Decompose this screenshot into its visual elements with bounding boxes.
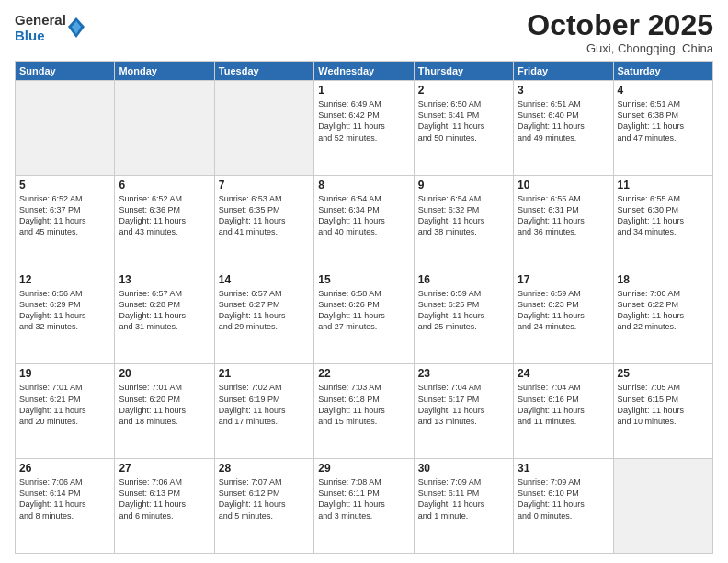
page: General Blue October 2025 Guxi, Chongqin… — [0, 0, 728, 563]
day-number: 1 — [318, 84, 409, 97]
cell-text: Sunrise: 7:04 AMSunset: 6:16 PMDaylight:… — [518, 382, 609, 427]
calendar-cell — [16, 81, 115, 176]
calendar-cell: 9Sunrise: 6:54 AMSunset: 6:32 PMDaylight… — [414, 175, 513, 270]
cell-text: Sunrise: 6:51 AMSunset: 6:38 PMDaylight:… — [618, 98, 709, 144]
calendar-cell: 30Sunrise: 7:09 AMSunset: 6:11 PMDayligh… — [414, 459, 513, 554]
calendar-cell: 5Sunrise: 6:52 AMSunset: 6:37 PMDaylight… — [16, 175, 115, 270]
calendar-cell: 14Sunrise: 6:57 AMSunset: 6:27 PMDayligh… — [214, 270, 313, 364]
cell-text: Sunrise: 7:02 AMSunset: 6:19 PMDaylight:… — [219, 382, 310, 427]
title-block: October 2025 Guxi, Chongqing, China — [527, 9, 713, 55]
calendar-cell: 27Sunrise: 7:06 AMSunset: 6:13 PMDayligh… — [115, 459, 214, 554]
calendar-cell: 1Sunrise: 6:49 AMSunset: 6:42 PMDaylight… — [314, 81, 414, 176]
calendar-cell: 3Sunrise: 6:51 AMSunset: 6:40 PMDaylight… — [514, 81, 613, 176]
day-number: 4 — [618, 84, 709, 97]
day-number: 11 — [618, 178, 709, 191]
calendar-cell — [613, 459, 712, 554]
day-number: 28 — [219, 462, 310, 475]
week-row-1: 5Sunrise: 6:52 AMSunset: 6:37 PMDaylight… — [16, 175, 713, 270]
cell-text: Sunrise: 6:59 AMSunset: 6:25 PMDaylight:… — [418, 288, 509, 333]
weekday-header-saturday: Saturday — [613, 62, 712, 81]
weekday-header-thursday: Thursday — [414, 62, 513, 81]
calendar-cell: 13Sunrise: 6:57 AMSunset: 6:28 PMDayligh… — [115, 270, 214, 364]
cell-text: Sunrise: 6:56 AMSunset: 6:29 PMDaylight:… — [19, 288, 110, 333]
calendar-cell: 2Sunrise: 6:50 AMSunset: 6:41 PMDaylight… — [414, 81, 513, 176]
calendar-cell: 24Sunrise: 7:04 AMSunset: 6:16 PMDayligh… — [514, 364, 613, 459]
calendar-cell: 12Sunrise: 6:56 AMSunset: 6:29 PMDayligh… — [16, 270, 115, 364]
calendar-cell: 8Sunrise: 6:54 AMSunset: 6:34 PMDaylight… — [314, 175, 414, 270]
calendar-cell: 28Sunrise: 7:07 AMSunset: 6:12 PMDayligh… — [214, 459, 313, 554]
day-number: 6 — [119, 178, 210, 191]
calendar-cell: 10Sunrise: 6:55 AMSunset: 6:31 PMDayligh… — [514, 175, 613, 270]
day-number: 23 — [418, 367, 509, 380]
day-number: 7 — [219, 178, 310, 191]
week-row-4: 26Sunrise: 7:06 AMSunset: 6:14 PMDayligh… — [16, 459, 713, 554]
weekday-header-sunday: Sunday — [16, 62, 115, 81]
calendar-cell: 16Sunrise: 6:59 AMSunset: 6:25 PMDayligh… — [414, 270, 513, 364]
cell-text: Sunrise: 7:06 AMSunset: 6:14 PMDaylight:… — [19, 477, 110, 522]
calendar-cell: 23Sunrise: 7:04 AMSunset: 6:17 PMDayligh… — [414, 364, 513, 459]
day-number: 2 — [418, 84, 509, 97]
weekday-header-row: SundayMondayTuesdayWednesdayThursdayFrid… — [16, 62, 713, 81]
logo-general: General — [15, 13, 66, 29]
cell-text: Sunrise: 6:57 AMSunset: 6:27 PMDaylight:… — [219, 288, 310, 333]
cell-text: Sunrise: 6:52 AMSunset: 6:36 PMDaylight:… — [119, 193, 210, 238]
cell-text: Sunrise: 6:51 AMSunset: 6:40 PMDaylight:… — [518, 98, 609, 144]
calendar-cell: 29Sunrise: 7:08 AMSunset: 6:11 PMDayligh… — [314, 459, 414, 554]
calendar-cell: 18Sunrise: 7:00 AMSunset: 6:22 PMDayligh… — [613, 270, 712, 364]
cell-text: Sunrise: 6:50 AMSunset: 6:41 PMDaylight:… — [418, 98, 509, 144]
weekday-header-wednesday: Wednesday — [314, 62, 414, 81]
cell-text: Sunrise: 7:05 AMSunset: 6:15 PMDaylight:… — [618, 382, 709, 427]
cell-text: Sunrise: 7:01 AMSunset: 6:20 PMDaylight:… — [119, 382, 210, 427]
calendar-cell — [214, 81, 313, 176]
cell-text: Sunrise: 6:58 AMSunset: 6:26 PMDaylight:… — [318, 288, 409, 333]
day-number: 26 — [19, 462, 110, 475]
week-row-0: 1Sunrise: 6:49 AMSunset: 6:42 PMDaylight… — [16, 81, 713, 176]
day-number: 15 — [318, 273, 409, 286]
subtitle: Guxi, Chongqing, China — [527, 41, 713, 55]
cell-text: Sunrise: 6:54 AMSunset: 6:34 PMDaylight:… — [318, 193, 409, 238]
cell-text: Sunrise: 6:59 AMSunset: 6:23 PMDaylight:… — [518, 288, 609, 333]
day-number: 5 — [19, 178, 110, 191]
cell-text: Sunrise: 7:04 AMSunset: 6:17 PMDaylight:… — [418, 382, 509, 427]
calendar-cell: 22Sunrise: 7:03 AMSunset: 6:18 PMDayligh… — [314, 364, 414, 459]
logo-icon — [68, 17, 85, 38]
cell-text: Sunrise: 6:55 AMSunset: 6:31 PMDaylight:… — [518, 193, 609, 238]
day-number: 17 — [518, 273, 609, 286]
calendar-cell — [115, 81, 214, 176]
week-row-2: 12Sunrise: 6:56 AMSunset: 6:29 PMDayligh… — [16, 270, 713, 364]
day-number: 31 — [518, 462, 609, 475]
calendar-cell: 11Sunrise: 6:55 AMSunset: 6:30 PMDayligh… — [613, 175, 712, 270]
cell-text: Sunrise: 7:06 AMSunset: 6:13 PMDaylight:… — [119, 477, 210, 522]
weekday-header-tuesday: Tuesday — [214, 62, 313, 81]
calendar-cell: 4Sunrise: 6:51 AMSunset: 6:38 PMDaylight… — [613, 81, 712, 176]
calendar-cell: 7Sunrise: 6:53 AMSunset: 6:35 PMDaylight… — [214, 175, 313, 270]
day-number: 25 — [618, 367, 709, 380]
day-number: 30 — [418, 462, 509, 475]
day-number: 20 — [119, 367, 210, 380]
day-number: 10 — [518, 178, 609, 191]
day-number: 9 — [418, 178, 509, 191]
cell-text: Sunrise: 7:03 AMSunset: 6:18 PMDaylight:… — [318, 382, 409, 427]
day-number: 14 — [219, 273, 310, 286]
day-number: 13 — [119, 273, 210, 286]
cell-text: Sunrise: 7:00 AMSunset: 6:22 PMDaylight:… — [618, 288, 709, 333]
month-title: October 2025 — [527, 9, 713, 41]
day-number: 8 — [318, 178, 409, 191]
cell-text: Sunrise: 7:09 AMSunset: 6:10 PMDaylight:… — [518, 477, 609, 522]
weekday-header-friday: Friday — [514, 62, 613, 81]
logo-blue: Blue — [15, 29, 66, 44]
logo: General Blue — [15, 13, 85, 43]
calendar-table: SundayMondayTuesdayWednesdayThursdayFrid… — [15, 61, 713, 554]
cell-text: Sunrise: 6:53 AMSunset: 6:35 PMDaylight:… — [219, 193, 310, 238]
calendar-cell: 6Sunrise: 6:52 AMSunset: 6:36 PMDaylight… — [115, 175, 214, 270]
cell-text: Sunrise: 6:57 AMSunset: 6:28 PMDaylight:… — [119, 288, 210, 333]
day-number: 19 — [19, 367, 110, 380]
calendar-cell: 19Sunrise: 7:01 AMSunset: 6:21 PMDayligh… — [16, 364, 115, 459]
weekday-header-monday: Monday — [115, 62, 214, 81]
cell-text: Sunrise: 7:01 AMSunset: 6:21 PMDaylight:… — [19, 382, 110, 427]
calendar-cell: 20Sunrise: 7:01 AMSunset: 6:20 PMDayligh… — [115, 364, 214, 459]
day-number: 16 — [418, 273, 509, 286]
cell-text: Sunrise: 7:08 AMSunset: 6:11 PMDaylight:… — [318, 477, 409, 522]
cell-text: Sunrise: 7:09 AMSunset: 6:11 PMDaylight:… — [418, 477, 509, 522]
day-number: 27 — [119, 462, 210, 475]
